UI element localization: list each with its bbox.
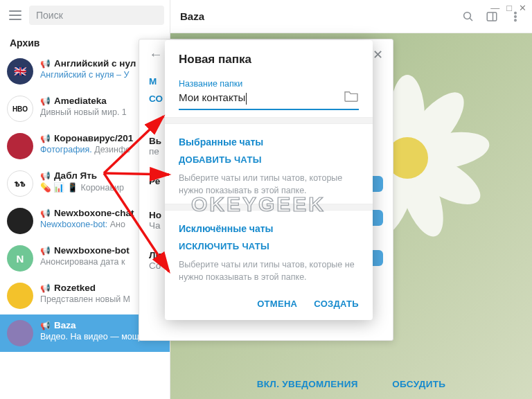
channel-icon: 📢 — [40, 134, 51, 143]
channel-icon: 📢 — [40, 283, 51, 293]
search-input[interactable]: Поиск — [29, 6, 164, 25]
avatar — [7, 283, 33, 309]
menu-button[interactable] — [7, 7, 24, 24]
svg-rect-2 — [487, 12, 497, 21]
avatar: 🇬🇧 — [7, 58, 33, 85]
svg-point-0 — [464, 12, 471, 19]
close-icon[interactable]: ✕ — [373, 47, 383, 62]
channel-icon: 📢 — [40, 171, 51, 181]
search-icon[interactable] — [461, 10, 475, 24]
channel-icon: 📢 — [40, 59, 51, 69]
included-chats-title: Выбранные чаты — [179, 136, 359, 148]
svg-line-1 — [470, 18, 472, 21]
channel-icon: 📢 — [40, 209, 51, 218]
svg-point-6 — [515, 19, 516, 21]
exclude-chats-button[interactable]: ИСКЛЮЧИТЬ ЧАТЫ — [179, 241, 359, 251]
notifications-button[interactable]: ВКЛ. УВЕДОМЛЕНИЯ — [257, 379, 358, 389]
folder-name-input[interactable]: Мои контакты — [179, 90, 338, 106]
excluded-chats-title: Исключённые чаты — [179, 223, 359, 234]
chat-name: Коронавирус/201 — [54, 133, 133, 143]
avatar: HBO — [7, 96, 33, 122]
folder-icon[interactable] — [344, 90, 359, 105]
cancel-button[interactable]: ОТМЕНА — [257, 299, 297, 309]
close-window-button[interactable]: ✕ — [519, 3, 526, 13]
chat-name: Newxboxone-chat — [54, 208, 134, 218]
window-controls: — □ ✕ — [490, 3, 526, 13]
avatar — [7, 208, 33, 234]
chat-name: Rozetked — [54, 283, 96, 293]
chat-name: Дабл Ять — [54, 170, 97, 181]
svg-point-5 — [515, 15, 516, 17]
avatar — [7, 320, 33, 346]
add-chats-button[interactable]: ДОБАВИТЬ ЧАТЫ — [179, 154, 359, 165]
avatar: ѢѢ — [7, 170, 33, 197]
channel-icon: 📢 — [40, 96, 51, 106]
conversation-title: Baza — [180, 10, 452, 22]
chat-name: Amediateka — [54, 96, 107, 106]
back-icon[interactable]: ← — [149, 46, 163, 62]
channel-icon: 📢 — [40, 321, 51, 330]
new-folder-modal: Новая папка Название папки Мои контакты … — [165, 40, 373, 320]
maximize-button[interactable]: □ — [506, 3, 512, 13]
create-button[interactable]: СОЗДАТЬ — [314, 299, 359, 309]
channel-icon: 📢 — [40, 246, 51, 256]
folder-name-label: Название папки — [179, 79, 359, 89]
modal-title: Новая папка — [179, 53, 359, 66]
excluded-chats-desc: Выберите чаты или типы чатов, которые не… — [179, 258, 359, 283]
included-chats-desc: Выберите чаты или типы чатов, которые ну… — [179, 172, 359, 197]
chat-name: Baza — [54, 320, 76, 330]
discuss-button[interactable]: ОБСУДИТЬ — [392, 379, 445, 389]
chat-name: Newxboxone-bot — [54, 245, 130, 256]
avatar: N — [7, 245, 33, 272]
conversation-header: Baza — [170, 0, 532, 33]
minimize-button[interactable]: — — [490, 3, 499, 13]
avatar — [7, 133, 33, 159]
chat-name: Английский с нул — [54, 58, 136, 69]
